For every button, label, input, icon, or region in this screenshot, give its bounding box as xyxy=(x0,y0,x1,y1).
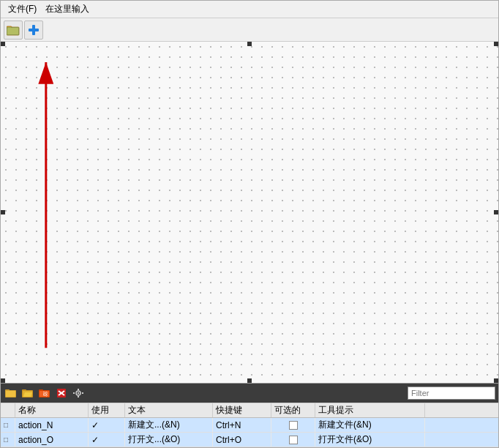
bt-folder-link-button[interactable]: ⛓ xyxy=(37,386,52,400)
row1-name: action_N xyxy=(15,418,89,432)
row1-optional xyxy=(271,418,315,432)
menu-input[interactable]: 在这里输入 xyxy=(41,1,94,17)
table-header: 名称 使用 文本 快捷键 可选的 工具提示 xyxy=(1,403,498,418)
row1-optional-checkbox[interactable] xyxy=(289,421,298,430)
row1-checkbox-cell: □ xyxy=(1,418,15,432)
table-row[interactable]: □ action_N ✓ 新建文...(&N) Ctrl+N 新建文件(&N) xyxy=(1,418,498,433)
row2-text: 打开文...(&O) xyxy=(125,433,213,447)
svg-point-23 xyxy=(78,392,79,394)
bt-settings-icon xyxy=(72,388,84,398)
corner-br xyxy=(494,378,498,383)
add-button[interactable] xyxy=(24,20,43,40)
row2-used: ✓ xyxy=(89,433,125,447)
bt-folder-button[interactable] xyxy=(4,386,18,400)
svg-marker-14 xyxy=(23,392,32,397)
bt-delete-button[interactable] xyxy=(54,386,69,400)
actions-table: 名称 使用 文本 快捷键 可选的 工具提示 □ action_N ✓ 新建文..… xyxy=(1,403,498,447)
folder-icon xyxy=(7,24,20,36)
canvas-area xyxy=(1,42,498,384)
row1-text: 新建文...(&N) xyxy=(125,418,213,432)
mid-bottom xyxy=(247,378,252,383)
row2-optional xyxy=(271,433,315,447)
svg-text:⛓: ⛓ xyxy=(42,392,48,397)
bt-delete-icon xyxy=(56,388,67,398)
table-row[interactable]: □ action_O ✓ 打开文...(&O) Ctrl+O 打开文件(&O) xyxy=(1,433,498,447)
mid-top xyxy=(247,42,252,46)
row1-used: ✓ xyxy=(89,418,125,432)
bt-settings-button[interactable] xyxy=(71,386,86,400)
menu-file[interactable]: 文件(F) xyxy=(4,1,41,17)
corner-bl xyxy=(1,378,5,383)
row1-tooltip: 新建文件(&N) xyxy=(315,418,425,432)
main-window: 文件(F) 在这里输入 xyxy=(0,0,499,448)
bottom-toolbar: ⛓ xyxy=(1,384,498,403)
bt-folder-link-icon: ⛓ xyxy=(39,388,50,398)
svg-rect-10 xyxy=(6,391,15,397)
col-checkbox xyxy=(1,403,15,417)
bt-folder-open-icon xyxy=(22,388,34,398)
annotation-arrow xyxy=(1,42,498,383)
col-used: 使用 xyxy=(89,403,125,417)
main-toolbar xyxy=(1,18,498,42)
col-shortcut: 快捷键 xyxy=(213,403,271,417)
col-tooltip: 工具提示 xyxy=(315,403,425,417)
svg-rect-5 xyxy=(29,29,39,31)
col-text: 文本 xyxy=(125,403,213,417)
row2-checkbox-cell: □ xyxy=(1,433,15,447)
svg-rect-25 xyxy=(78,396,79,397)
open-button[interactable] xyxy=(4,20,23,40)
row1-shortcut: Ctrl+N xyxy=(213,418,271,432)
mid-right xyxy=(494,210,498,214)
col-optional: 可选的 xyxy=(271,403,315,417)
corner-tl xyxy=(1,42,5,46)
bt-folder-open-button[interactable] xyxy=(20,386,35,400)
svg-rect-3 xyxy=(7,27,19,35)
bt-folder-icon xyxy=(5,388,17,398)
corner-tr xyxy=(494,42,498,46)
menubar: 文件(F) 在这里输入 xyxy=(1,1,498,18)
svg-rect-27 xyxy=(82,392,83,394)
svg-rect-24 xyxy=(78,389,79,390)
row2-optional-checkbox[interactable] xyxy=(289,436,298,444)
svg-rect-26 xyxy=(73,392,75,394)
mid-left xyxy=(1,210,5,214)
row2-shortcut: Ctrl+O xyxy=(213,433,271,447)
add-icon xyxy=(27,23,40,37)
row2-name: action_O xyxy=(15,433,89,447)
filter-input[interactable] xyxy=(408,387,495,400)
col-name: 名称 xyxy=(15,403,89,417)
row2-tooltip: 打开文件(&O) xyxy=(315,433,425,447)
